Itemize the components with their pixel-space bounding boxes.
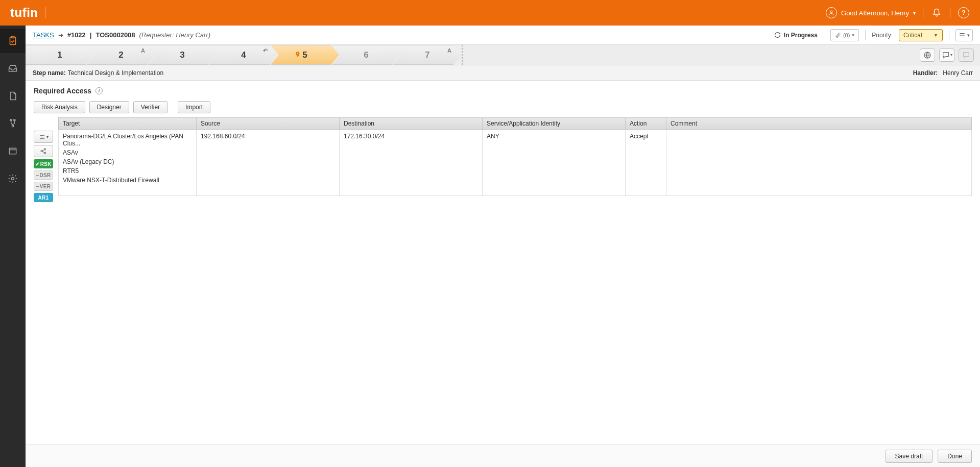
status-badge-dsr: –DSR bbox=[34, 170, 53, 180]
globe-icon bbox=[923, 51, 931, 59]
document-icon bbox=[8, 91, 18, 101]
window-icon bbox=[8, 146, 18, 156]
breadcrumb-requester: (Requester: Henry Carr) bbox=[139, 31, 210, 39]
breadcrumb-tasks-link[interactable]: TASKS bbox=[33, 31, 54, 39]
designer-button[interactable]: Designer bbox=[89, 101, 129, 113]
sidebar-item-tasks[interactable] bbox=[0, 29, 26, 53]
comment-button[interactable]: ▾ bbox=[939, 48, 954, 62]
step-mark: A bbox=[141, 47, 145, 54]
user-menu[interactable]: Good Afternoon, Henry ▾ bbox=[826, 7, 916, 18]
divider bbox=[923, 8, 923, 18]
workflow-steps: 1 2A 3 4↶ 5 6 7A bbox=[26, 45, 980, 65]
cell-service: ANY bbox=[483, 130, 626, 196]
section-title: Required Access i bbox=[34, 87, 972, 95]
access-grid: Target Source Destination Service/Applic… bbox=[58, 117, 972, 196]
ticket-actions-menu[interactable]: ▾ bbox=[955, 29, 973, 41]
step-mark: A bbox=[447, 47, 451, 54]
row-controls: ▾ ✔RSK –DSR –VER AR1 bbox=[34, 117, 55, 202]
top-bar: tufin Good Afternoon, Henry ▾ ? bbox=[0, 0, 980, 26]
row-menu-button[interactable]: ▾ bbox=[34, 131, 53, 143]
step-name-value: Technical Design & Implementation bbox=[68, 69, 163, 77]
step-2[interactable]: 2A bbox=[87, 45, 155, 65]
sidebar-item-settings[interactable] bbox=[0, 166, 26, 191]
section-action-buttons: Risk Analysis Designer Verifier Import bbox=[34, 101, 972, 113]
priority-value: Critical bbox=[903, 32, 922, 39]
workflow-icon bbox=[8, 118, 18, 129]
priority-select[interactable]: Critical ▼ bbox=[899, 29, 943, 41]
info-icon[interactable]: i bbox=[95, 87, 103, 94]
cell-source: 192.168.60.0/24 bbox=[197, 130, 340, 196]
comment-icon bbox=[962, 51, 970, 59]
footer-bar: Save draft Done bbox=[26, 445, 980, 467]
step-6[interactable]: 6 bbox=[332, 45, 400, 65]
ticket-status: In Progress bbox=[774, 32, 818, 39]
chevron-down-icon: ▼ bbox=[934, 33, 938, 38]
comment-disabled-button bbox=[959, 48, 974, 62]
col-action[interactable]: Action bbox=[626, 118, 666, 130]
import-button[interactable]: Import bbox=[178, 101, 210, 113]
sidebar-item-inbox[interactable] bbox=[0, 56, 26, 81]
risk-analysis-button[interactable]: Risk Analysis bbox=[34, 101, 85, 113]
chevron-down-icon: ▾ bbox=[913, 10, 916, 16]
step-mark: ↶ bbox=[263, 47, 268, 54]
bell-icon bbox=[932, 8, 941, 17]
comment-icon bbox=[942, 51, 950, 59]
refresh-icon bbox=[774, 32, 781, 38]
chevron-down-icon: ▾ bbox=[852, 32, 854, 38]
chevron-down-icon: ▾ bbox=[46, 135, 49, 139]
notifications-button[interactable] bbox=[930, 7, 943, 19]
cell-comment bbox=[666, 130, 972, 196]
target-item: ASAv bbox=[63, 149, 192, 156]
svg-point-5 bbox=[12, 125, 13, 127]
step-4[interactable]: 4↶ bbox=[209, 45, 278, 65]
divider bbox=[45, 7, 45, 18]
user-avatar-icon bbox=[826, 7, 837, 18]
inbox-icon bbox=[8, 63, 18, 73]
chevron-down-icon: ▾ bbox=[967, 33, 970, 38]
cell-destination: 172.16.30.0/24 bbox=[340, 130, 483, 196]
handler-value: Henry Carr bbox=[943, 69, 973, 77]
sidebar-item-workflow[interactable] bbox=[0, 111, 26, 136]
col-target[interactable]: Target bbox=[59, 118, 197, 130]
menu-icon bbox=[959, 32, 966, 39]
row-topology-button[interactable] bbox=[34, 145, 53, 157]
brand-logo: tufin bbox=[10, 6, 38, 20]
breadcrumb-ticket-id: #1022 bbox=[67, 31, 86, 39]
col-service[interactable]: Service/Application Identity bbox=[483, 118, 626, 130]
step-3[interactable]: 3 bbox=[148, 45, 217, 65]
step-1[interactable]: 1 bbox=[26, 45, 94, 65]
svg-rect-6 bbox=[9, 148, 16, 154]
verifier-button[interactable]: Verifier bbox=[133, 101, 168, 113]
divider bbox=[949, 30, 949, 40]
divider bbox=[950, 8, 950, 18]
target-item: Panorama-DG/LA Cluster/Los Angeles (PAN … bbox=[63, 133, 192, 147]
arrow-right-icon: ➔ bbox=[58, 32, 63, 39]
paperclip-icon bbox=[835, 32, 841, 38]
user-greeting: Good Afternoon, Henry bbox=[841, 9, 909, 17]
svg-point-7 bbox=[12, 178, 14, 180]
step-5[interactable]: 5 bbox=[271, 45, 339, 65]
view-mode-button[interactable] bbox=[920, 48, 935, 62]
attachments-button[interactable]: (0) ▾ bbox=[830, 29, 859, 41]
help-icon: ? bbox=[958, 7, 969, 18]
col-source[interactable]: Source bbox=[197, 118, 340, 130]
divider bbox=[865, 30, 866, 40]
col-comment[interactable]: Comment bbox=[666, 118, 972, 130]
breadcrumb-bar: TASKS ➔ #1022 | TOS0002008 (Requester: H… bbox=[26, 26, 980, 45]
help-button[interactable]: ? bbox=[958, 7, 970, 19]
table-row[interactable]: Panorama-DG/LA Cluster/Los Angeles (PAN … bbox=[59, 130, 972, 196]
sidebar-item-browser[interactable] bbox=[0, 139, 26, 163]
sidebar bbox=[0, 26, 26, 467]
cell-target: Panorama-DG/LA Cluster/Los Angeles (PAN … bbox=[63, 133, 192, 184]
sidebar-item-documents[interactable] bbox=[0, 84, 26, 108]
menu-icon bbox=[39, 134, 45, 140]
cell-action: Accept bbox=[626, 130, 666, 196]
step-7[interactable]: 7A bbox=[393, 45, 462, 65]
step-meta-bar: Step name: Technical Design & Implementa… bbox=[26, 65, 980, 81]
target-item: RTR5 bbox=[63, 167, 192, 175]
col-destination[interactable]: Destination bbox=[340, 118, 483, 130]
done-button[interactable]: Done bbox=[938, 450, 972, 463]
clipboard-check-icon bbox=[7, 35, 18, 46]
save-draft-button[interactable]: Save draft bbox=[886, 450, 933, 463]
svg-point-0 bbox=[830, 11, 832, 13]
